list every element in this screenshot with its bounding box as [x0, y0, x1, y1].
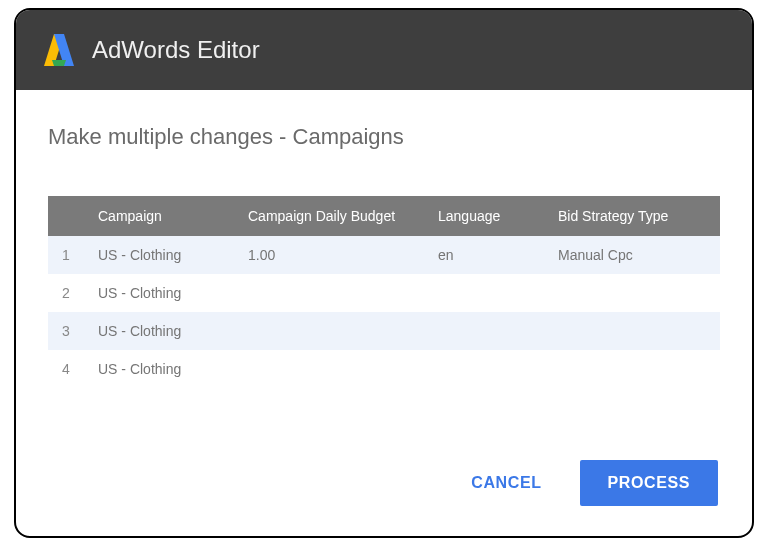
- table-row[interactable]: 4 US - Clothing: [48, 350, 720, 388]
- cell-num: 2: [48, 274, 88, 312]
- header-num: [48, 196, 88, 236]
- changes-table: Campaign Campaign Daily Budget Language …: [48, 196, 720, 388]
- dialog-actions: CANCEL PROCESS: [16, 434, 752, 536]
- dialog-window: AdWords Editor Make multiple changes - C…: [14, 8, 754, 538]
- header-language: Language: [428, 196, 548, 236]
- cell-campaign: US - Clothing: [88, 236, 238, 274]
- cell-budget: [238, 274, 428, 312]
- cancel-button[interactable]: CANCEL: [461, 462, 551, 504]
- cell-campaign: US - Clothing: [88, 274, 238, 312]
- cell-bid: [548, 350, 720, 388]
- adwords-logo-icon: [44, 34, 74, 66]
- cell-budget: 1.00: [238, 236, 428, 274]
- cell-num: 3: [48, 312, 88, 350]
- dialog-content: Make multiple changes - Campaigns Campai…: [16, 90, 752, 434]
- cell-bid: [548, 274, 720, 312]
- cell-bid: [548, 312, 720, 350]
- table-row[interactable]: 2 US - Clothing: [48, 274, 720, 312]
- process-button[interactable]: PROCESS: [580, 460, 718, 506]
- cell-num: 4: [48, 350, 88, 388]
- cell-budget: [238, 312, 428, 350]
- table-row[interactable]: 1 US - Clothing 1.00 en Manual Cpc: [48, 236, 720, 274]
- cell-language: [428, 350, 548, 388]
- svg-marker-2: [52, 60, 66, 66]
- cell-language: [428, 274, 548, 312]
- table-header-row: Campaign Campaign Daily Budget Language …: [48, 196, 720, 236]
- header-campaign: Campaign: [88, 196, 238, 236]
- header-bid: Bid Strategy Type: [548, 196, 720, 236]
- app-title: AdWords Editor: [92, 36, 260, 64]
- dialog-subtitle: Make multiple changes - Campaigns: [48, 124, 720, 150]
- cell-campaign: US - Clothing: [88, 350, 238, 388]
- cell-language: [428, 312, 548, 350]
- table-row[interactable]: 3 US - Clothing: [48, 312, 720, 350]
- cell-num: 1: [48, 236, 88, 274]
- cell-campaign: US - Clothing: [88, 312, 238, 350]
- header-budget: Campaign Daily Budget: [238, 196, 428, 236]
- cell-language: en: [428, 236, 548, 274]
- cell-bid: Manual Cpc: [548, 236, 720, 274]
- title-bar: AdWords Editor: [16, 10, 752, 90]
- cell-budget: [238, 350, 428, 388]
